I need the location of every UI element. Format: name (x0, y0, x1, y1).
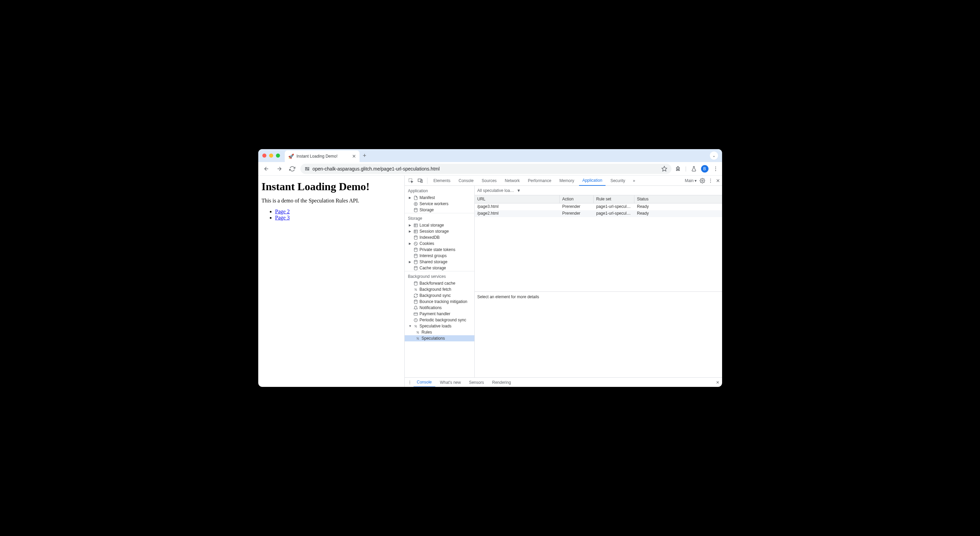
svg-point-25 (414, 242, 418, 245)
url-text: open-chalk-asparagus.glitch.me/page1-url… (313, 166, 659, 172)
forward-button[interactable] (275, 164, 284, 173)
tab-performance[interactable]: Performance (525, 176, 555, 186)
settings-icon[interactable] (700, 178, 705, 183)
col-status[interactable]: Status (635, 195, 722, 203)
table-row[interactable]: /page2.html Prerender page1-url-specul… … (475, 210, 722, 217)
page-link[interactable]: Page 2 (275, 208, 290, 214)
devtools-drawer: Console What's new Sensors Rendering ✕ (405, 377, 722, 387)
tab-elements[interactable]: Elements (430, 176, 454, 186)
svg-point-29 (414, 254, 417, 255)
svg-point-2 (306, 167, 306, 168)
speculations-filter[interactable]: All speculative loa… ▼ (475, 186, 722, 195)
sidebar-item-payment-handler[interactable]: Payment handler (405, 311, 474, 317)
devtools-menu-icon[interactable] (708, 178, 713, 183)
sidebar-item-service-workers[interactable]: Service workers (405, 201, 474, 207)
svg-point-7 (715, 170, 716, 171)
browser-window: 🚀 Instant Loading Demo! ✕ + ⌄ open-chalk… (258, 149, 722, 387)
extensions-icon[interactable] (675, 166, 681, 172)
drawer-tab-sensors[interactable]: Sensors (466, 378, 487, 387)
toolbar: open-chalk-asparagus.glitch.me/page1-url… (258, 162, 722, 176)
page-heading: Instant Loading Demo! (262, 180, 401, 193)
sidebar-item-private-state-tokens[interactable]: Private state tokens (405, 247, 474, 253)
target-selector[interactable]: Main ▾ (685, 178, 697, 183)
drawer-tab-rendering[interactable]: Rendering (488, 378, 514, 387)
application-sidebar: Application ▶Manifest Service workers St… (405, 186, 475, 377)
sidebar-item-storage[interactable]: Storage (405, 207, 474, 213)
svg-rect-34 (414, 312, 418, 315)
svg-point-32 (414, 282, 417, 283)
minimize-window-button[interactable] (269, 154, 273, 157)
sidebar-item-bounce-tracking[interactable]: Bounce tracking mitigation (405, 299, 474, 305)
sidebar-item-shared-storage[interactable]: ▶Shared storage (405, 259, 474, 265)
profile-avatar[interactable]: B (701, 165, 708, 173)
labs-icon[interactable] (691, 166, 697, 172)
devtools: Elements Console Sources Network Perform… (404, 176, 722, 387)
sidebar-item-cache-storage[interactable]: Cache storage (405, 265, 474, 271)
close-drawer-button[interactable]: ✕ (716, 380, 719, 385)
new-tab-button[interactable]: + (363, 152, 367, 159)
tab-application[interactable]: Application (579, 176, 606, 186)
svg-point-37 (409, 380, 410, 381)
page-paragraph: This is a demo of the Speculation Rules … (262, 198, 401, 204)
chrome-menu-icon[interactable] (713, 166, 719, 172)
sidebar-item-periodic-sync[interactable]: Periodic background sync (405, 317, 474, 323)
sidebar-item-manifest[interactable]: ▶Manifest (405, 195, 474, 201)
close-window-button[interactable] (262, 154, 266, 157)
tab-memory[interactable]: Memory (556, 176, 578, 186)
drawer-tab-whatsnew[interactable]: What's new (437, 378, 465, 387)
sidebar-item-rules[interactable]: Rules (405, 329, 474, 335)
svg-point-27 (416, 244, 417, 244)
col-ruleset[interactable]: Rule set (593, 195, 635, 203)
sidebar-item-notifications[interactable]: Notifications (405, 305, 474, 311)
sidebar-item-bfcache[interactable]: Back/forward cache (405, 280, 474, 286)
maximize-window-button[interactable] (276, 154, 280, 157)
window-controls (262, 154, 280, 157)
application-main: All speculative loa… ▼ URL Action Rule s… (475, 186, 722, 377)
tab-security[interactable]: Security (607, 176, 628, 186)
svg-point-28 (414, 248, 417, 249)
tab-sources[interactable]: Sources (479, 176, 500, 186)
sidebar-item-speculative-loads[interactable]: ▼Speculative loads (405, 323, 474, 329)
col-action[interactable]: Action (560, 195, 593, 203)
site-settings-icon[interactable] (304, 166, 310, 172)
titlebar: 🚀 Instant Loading Demo! ✕ + ⌄ (258, 149, 722, 162)
detail-placeholder: Select an element for more details (475, 292, 722, 377)
drawer-menu-icon[interactable] (407, 380, 412, 385)
close-devtools-button[interactable]: ✕ (716, 178, 720, 183)
sidebar-item-indexeddb[interactable]: IndexedDB (405, 234, 474, 240)
sidebar-item-speculations[interactable]: Speculations (405, 335, 474, 341)
devtools-body: Application ▶Manifest Service workers St… (405, 186, 722, 377)
section-header-storage: Storage (405, 213, 474, 222)
device-toolbar-icon[interactable] (416, 178, 425, 183)
svg-marker-4 (662, 166, 667, 171)
table-row[interactable]: /page3.html Prerender page1-url-specul… … (475, 204, 722, 210)
sidebar-item-interest-groups[interactable]: Interest groups (405, 253, 474, 259)
bookmark-icon[interactable] (661, 166, 667, 172)
tab-network[interactable]: Network (501, 176, 523, 186)
tab-console[interactable]: Console (455, 176, 477, 186)
sidebar-item-local-storage[interactable]: ▶Local storage (405, 222, 474, 228)
drawer-tab-console[interactable]: Console (414, 378, 435, 387)
sidebar-item-background-sync[interactable]: Background sync (405, 293, 474, 299)
tab-overflow-button[interactable]: ⌄ (710, 151, 718, 160)
close-tab-button[interactable]: ✕ (352, 154, 356, 159)
section-header-application: Application (405, 186, 474, 195)
svg-point-33 (414, 300, 417, 301)
col-url[interactable]: URL (475, 195, 560, 203)
tab-favicon: 🚀 (288, 154, 294, 159)
sidebar-item-background-fetch[interactable]: Background fetch (405, 286, 474, 293)
reload-button[interactable] (288, 164, 297, 173)
sidebar-item-session-storage[interactable]: ▶Session storage (405, 228, 474, 234)
dropdown-icon: ▼ (517, 188, 521, 193)
sidebar-item-cookies[interactable]: ▶Cookies (405, 240, 474, 247)
inspect-element-icon[interactable] (407, 178, 415, 183)
address-bar[interactable]: open-chalk-asparagus.glitch.me/page1-url… (301, 164, 672, 174)
page-link[interactable]: Page 3 (275, 215, 290, 220)
tabs-overflow-icon[interactable]: » (630, 178, 638, 183)
back-button[interactable] (262, 164, 271, 173)
svg-point-24 (414, 236, 417, 237)
svg-point-30 (414, 260, 417, 261)
svg-rect-18 (414, 224, 418, 227)
browser-tab[interactable]: 🚀 Instant Loading Demo! ✕ (285, 151, 360, 162)
svg-point-5 (715, 167, 716, 167)
